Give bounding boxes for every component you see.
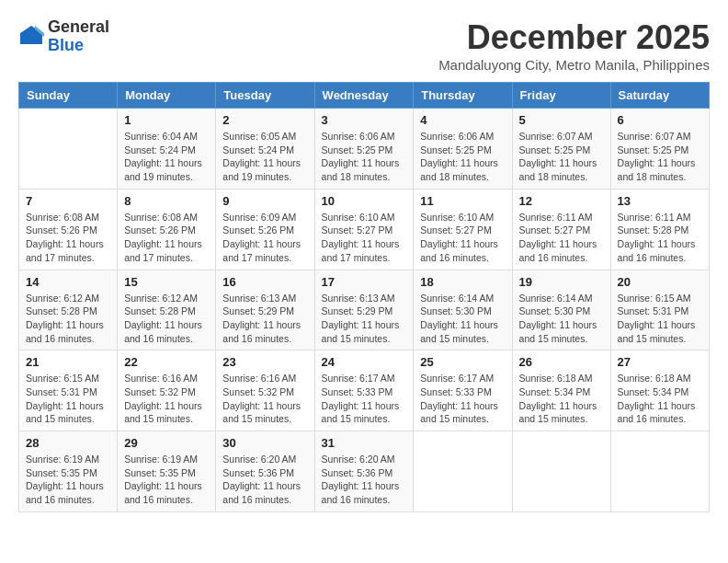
calendar-day-cell: 14Sunrise: 6:12 AM Sunset: 5:28 PM Dayli…	[19, 270, 118, 350]
day-number: 19	[519, 275, 604, 289]
weekday-header: Sunday	[19, 83, 118, 109]
day-info: Sunrise: 6:15 AM Sunset: 5:31 PM Dayligh…	[618, 292, 702, 346]
calendar-day-cell: 22Sunrise: 6:16 AM Sunset: 5:32 PM Dayli…	[118, 350, 216, 431]
calendar-day-cell: 2Sunrise: 6:05 AM Sunset: 5:24 PM Daylig…	[216, 109, 314, 190]
day-number: 8	[124, 194, 209, 208]
day-number: 14	[26, 275, 110, 289]
calendar-day-cell	[414, 431, 512, 512]
day-info: Sunrise: 6:16 AM Sunset: 5:32 PM Dayligh…	[124, 372, 209, 426]
day-number: 28	[26, 436, 110, 450]
weekday-header: Wednesday	[314, 83, 414, 109]
day-number: 15	[124, 275, 209, 289]
day-info: Sunrise: 6:18 AM Sunset: 5:34 PM Dayligh…	[618, 372, 702, 426]
weekday-header: Tuesday	[216, 83, 314, 109]
day-number: 23	[222, 355, 307, 369]
weekday-header: Monday	[118, 83, 216, 109]
day-number: 1	[124, 113, 209, 127]
day-info: Sunrise: 6:08 AM Sunset: 5:26 PM Dayligh…	[26, 211, 110, 265]
day-number: 25	[420, 355, 505, 369]
day-info: Sunrise: 6:07 AM Sunset: 5:25 PM Dayligh…	[618, 130, 702, 184]
day-number: 17	[322, 275, 407, 289]
calendar-day-cell: 10Sunrise: 6:10 AM Sunset: 5:27 PM Dayli…	[314, 189, 414, 270]
calendar-day-cell: 19Sunrise: 6:14 AM Sunset: 5:30 PM Dayli…	[512, 270, 610, 350]
day-number: 11	[420, 194, 505, 208]
calendar-week-row: 28Sunrise: 6:19 AM Sunset: 5:35 PM Dayli…	[19, 431, 710, 512]
day-number: 4	[420, 113, 505, 127]
svg-marker-0	[20, 26, 42, 44]
calendar-day-cell: 9Sunrise: 6:09 AM Sunset: 5:26 PM Daylig…	[216, 189, 314, 270]
day-info: Sunrise: 6:14 AM Sunset: 5:30 PM Dayligh…	[420, 292, 505, 346]
day-info: Sunrise: 6:17 AM Sunset: 5:33 PM Dayligh…	[420, 372, 505, 426]
calendar-day-cell: 29Sunrise: 6:19 AM Sunset: 5:35 PM Dayli…	[118, 431, 216, 512]
day-info: Sunrise: 6:19 AM Sunset: 5:35 PM Dayligh…	[124, 453, 209, 507]
day-info: Sunrise: 6:04 AM Sunset: 5:24 PM Dayligh…	[124, 130, 209, 184]
day-number: 7	[26, 194, 110, 208]
calendar-day-cell: 23Sunrise: 6:16 AM Sunset: 5:32 PM Dayli…	[216, 350, 314, 431]
day-info: Sunrise: 6:05 AM Sunset: 5:24 PM Dayligh…	[222, 130, 307, 184]
day-number: 9	[222, 194, 307, 208]
calendar-day-cell: 20Sunrise: 6:15 AM Sunset: 5:31 PM Dayli…	[610, 270, 709, 350]
day-number: 2	[222, 113, 307, 127]
location: Mandaluyong City, Metro Manila, Philippi…	[438, 57, 710, 73]
day-number: 31	[322, 436, 407, 450]
calendar-day-cell	[512, 431, 610, 512]
day-info: Sunrise: 6:19 AM Sunset: 5:35 PM Dayligh…	[26, 453, 110, 507]
calendar-day-cell: 27Sunrise: 6:18 AM Sunset: 5:34 PM Dayli…	[610, 350, 709, 431]
title-block: December 2025 Mandaluyong City, Metro Ma…	[438, 18, 710, 73]
calendar-week-row: 14Sunrise: 6:12 AM Sunset: 5:28 PM Dayli…	[19, 270, 710, 350]
day-info: Sunrise: 6:11 AM Sunset: 5:28 PM Dayligh…	[618, 211, 702, 265]
day-info: Sunrise: 6:17 AM Sunset: 5:33 PM Dayligh…	[322, 372, 407, 426]
logo-icon	[18, 24, 44, 50]
month-title: December 2025	[438, 18, 710, 57]
day-info: Sunrise: 6:18 AM Sunset: 5:34 PM Dayligh…	[519, 372, 604, 426]
page-header: General Blue December 2025 Mandaluyong C…	[18, 18, 710, 73]
calendar-day-cell: 15Sunrise: 6:12 AM Sunset: 5:28 PM Dayli…	[118, 270, 216, 350]
calendar-day-cell: 31Sunrise: 6:20 AM Sunset: 5:36 PM Dayli…	[314, 431, 414, 512]
day-number: 5	[519, 113, 604, 127]
calendar-day-cell: 21Sunrise: 6:15 AM Sunset: 5:31 PM Dayli…	[19, 350, 118, 431]
day-number: 10	[322, 194, 407, 208]
day-info: Sunrise: 6:13 AM Sunset: 5:29 PM Dayligh…	[322, 292, 407, 346]
weekday-header: Thursday	[414, 83, 512, 109]
calendar-day-cell: 16Sunrise: 6:13 AM Sunset: 5:29 PM Dayli…	[216, 270, 314, 350]
logo-text: General Blue	[48, 18, 109, 55]
calendar-week-row: 21Sunrise: 6:15 AM Sunset: 5:31 PM Dayli…	[19, 350, 710, 431]
calendar-day-cell	[610, 431, 709, 512]
calendar-day-cell: 25Sunrise: 6:17 AM Sunset: 5:33 PM Dayli…	[414, 350, 512, 431]
day-number: 29	[124, 436, 209, 450]
day-number: 13	[618, 194, 702, 208]
day-info: Sunrise: 6:20 AM Sunset: 5:36 PM Dayligh…	[222, 453, 307, 507]
weekday-header: Friday	[512, 83, 610, 109]
day-number: 18	[420, 275, 505, 289]
day-info: Sunrise: 6:13 AM Sunset: 5:29 PM Dayligh…	[222, 292, 307, 346]
day-info: Sunrise: 6:12 AM Sunset: 5:28 PM Dayligh…	[26, 292, 110, 346]
day-info: Sunrise: 6:09 AM Sunset: 5:26 PM Dayligh…	[222, 211, 307, 265]
day-info: Sunrise: 6:14 AM Sunset: 5:30 PM Dayligh…	[519, 292, 604, 346]
calendar-day-cell: 7Sunrise: 6:08 AM Sunset: 5:26 PM Daylig…	[19, 189, 118, 270]
day-number: 24	[322, 355, 407, 369]
calendar-day-cell: 6Sunrise: 6:07 AM Sunset: 5:25 PM Daylig…	[610, 109, 709, 190]
calendar-day-cell: 8Sunrise: 6:08 AM Sunset: 5:26 PM Daylig…	[118, 189, 216, 270]
calendar-day-cell: 1Sunrise: 6:04 AM Sunset: 5:24 PM Daylig…	[118, 109, 216, 190]
day-number: 21	[26, 355, 110, 369]
calendar-day-cell: 3Sunrise: 6:06 AM Sunset: 5:25 PM Daylig…	[314, 109, 414, 190]
logo: General Blue	[18, 18, 109, 55]
calendar-day-cell: 17Sunrise: 6:13 AM Sunset: 5:29 PM Dayli…	[314, 270, 414, 350]
day-info: Sunrise: 6:06 AM Sunset: 5:25 PM Dayligh…	[420, 130, 505, 184]
calendar-day-cell: 28Sunrise: 6:19 AM Sunset: 5:35 PM Dayli…	[19, 431, 118, 512]
day-info: Sunrise: 6:10 AM Sunset: 5:27 PM Dayligh…	[420, 211, 505, 265]
calendar-table: SundayMondayTuesdayWednesdayThursdayFrid…	[18, 82, 710, 512]
day-info: Sunrise: 6:16 AM Sunset: 5:32 PM Dayligh…	[222, 372, 307, 426]
day-info: Sunrise: 6:12 AM Sunset: 5:28 PM Dayligh…	[124, 292, 209, 346]
day-number: 16	[222, 275, 307, 289]
calendar-day-cell: 18Sunrise: 6:14 AM Sunset: 5:30 PM Dayli…	[414, 270, 512, 350]
day-number: 22	[124, 355, 209, 369]
calendar-day-cell: 5Sunrise: 6:07 AM Sunset: 5:25 PM Daylig…	[512, 109, 610, 190]
day-info: Sunrise: 6:08 AM Sunset: 5:26 PM Dayligh…	[124, 211, 209, 265]
calendar-day-cell: 13Sunrise: 6:11 AM Sunset: 5:28 PM Dayli…	[610, 189, 709, 270]
calendar-day-cell: 30Sunrise: 6:20 AM Sunset: 5:36 PM Dayli…	[216, 431, 314, 512]
day-info: Sunrise: 6:15 AM Sunset: 5:31 PM Dayligh…	[26, 372, 110, 426]
day-number: 27	[618, 355, 702, 369]
calendar-week-row: 1Sunrise: 6:04 AM Sunset: 5:24 PM Daylig…	[19, 109, 710, 190]
calendar-header-row: SundayMondayTuesdayWednesdayThursdayFrid…	[19, 83, 710, 109]
